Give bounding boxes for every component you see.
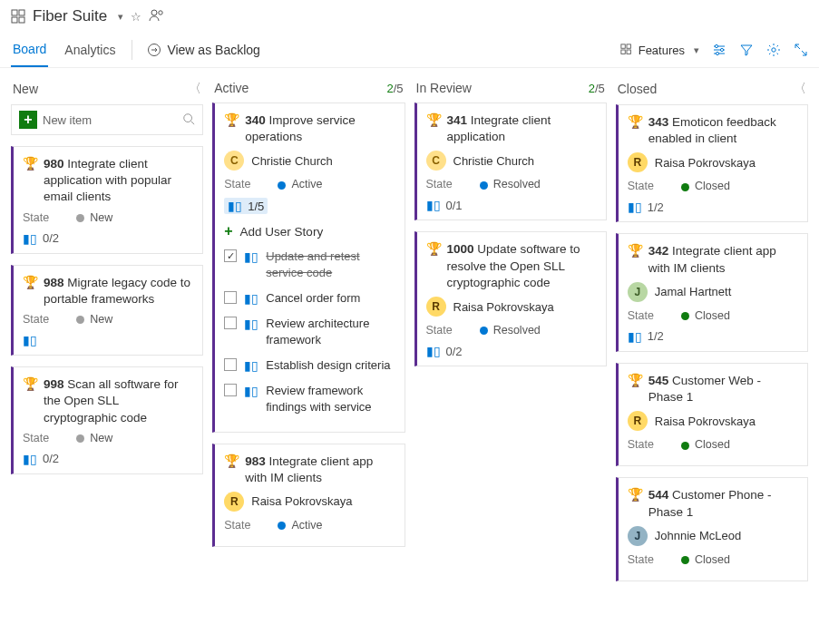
story-icon: ▮▯ [628,200,642,214]
card-988[interactable]: 🏆 988 Migrate legacy code to portable fr… [11,265,203,356]
tabs-row: Board Analytics View as Backlog Features… [0,33,819,68]
column-active: Active 2/5 🏆 340 Improve service operati… [212,77,405,592]
child-title: Update and retest service code [266,249,395,280]
state-label: State [426,324,453,337]
checkbox-icon[interactable] [224,291,237,304]
card-983[interactable]: 🏆 983 Integrate client app with IM clien… [212,444,405,547]
assignee: RRaisa Pokrovskaya [224,492,395,512]
feature-icon: 🏆 [628,243,643,259]
svg-point-5 [159,10,162,14]
tab-board[interactable]: Board [11,33,48,67]
story-icon: ▮▯ [426,198,441,212]
svg-rect-8 [627,44,630,48]
state-label: State [628,309,654,322]
column-count: 2/5 [589,82,605,95]
view-as-backlog-button[interactable]: View as Backlog [147,43,259,57]
progress[interactable]: ▮▯1/5 [224,198,268,214]
checkbox-icon[interactable] [224,249,237,262]
feature-icon: 🏆 [628,487,643,503]
filter-icon[interactable] [739,43,754,57]
people-icon[interactable] [149,8,165,25]
card-title: 341 Integrate client application [447,112,597,145]
settings-sliders-icon[interactable] [712,43,726,57]
column-header-active: Active 2/5 [212,77,405,102]
card-342[interactable]: 🏆 342 Integrate client app with IM clien… [616,233,808,351]
card-1000[interactable]: 🏆 1000 Update software to resolve the Op… [414,231,607,366]
gear-icon[interactable] [766,43,781,57]
fullscreen-icon[interactable] [794,43,808,57]
progress: ▮▯1/2 [628,329,798,344]
assignee: RRaisa Pokrovskaya [426,297,597,317]
card-545[interactable]: 🏆 545 Customer Web - Phase 1 RRaisa Pokr… [616,363,808,466]
svg-point-12 [720,48,723,51]
story-icon: ▮▯ [23,452,37,466]
view-as-backlog-label: View as Backlog [167,43,259,57]
chevron-down-icon: ▾ [694,44,699,56]
card-343[interactable]: 🏆 343 Emoticon feedback enabled in clien… [616,104,808,222]
progress: ▮▯1/2 [628,200,798,214]
story-icon: ▮▯ [228,199,242,213]
card-980[interactable]: 🏆 980 Integrate client application with … [11,146,203,254]
checkbox-icon[interactable] [224,317,237,329]
star-icon[interactable]: ☆ [131,10,141,24]
features-dropdown[interactable]: Features ▾ [620,44,699,57]
collapse-column-icon[interactable]: 〈 [794,81,806,97]
column-title: Active [214,81,249,95]
story-icon: ▮▯ [244,357,258,375]
plus-icon: + [224,223,232,239]
state-label: State [224,178,250,190]
checkbox-icon[interactable] [224,384,237,396]
card-title: 998 Scan all software for the Open SLL c… [44,376,193,426]
avatar: R [224,492,244,512]
assignee: CChristie Church [224,151,395,171]
state-value: Closed [681,180,730,192]
features-label: Features [639,44,685,57]
child-item[interactable]: ▮▯Update and retest service code [224,249,395,280]
card-998[interactable]: 🏆 998 Scan all software for the Open SLL… [11,366,203,474]
card-341[interactable]: 🏆 341 Integrate client application CChri… [414,102,607,220]
story-icon: ▮▯ [244,249,258,266]
card-title: 340 Improve service operations [245,112,395,145]
child-list: +Add User Story ▮▯Update and retest serv… [224,223,395,415]
child-item[interactable]: ▮▯Review framework findings with service [224,383,395,415]
column-title: In Review [416,81,472,95]
add-user-story-button[interactable]: +Add User Story [224,223,395,239]
column-count: 2/5 [386,82,403,95]
collapse-column-icon[interactable]: 〈 [189,81,201,97]
feature-icon: 🏆 [426,241,442,257]
card-title: 342 Integrate client app with IM clients [648,243,798,276]
chevron-down-icon[interactable]: ▾ [118,11,123,23]
svg-point-13 [716,52,718,54]
child-item[interactable]: ▮▯Establish design criteria [224,357,395,375]
child-title: Cancel order form [266,290,360,307]
state-label: State [23,211,49,224]
new-item-row[interactable]: + New item [11,104,203,135]
child-title: Review architecture framework [266,316,395,347]
avatar: C [224,151,244,171]
search-icon[interactable] [182,112,195,128]
state-label: State [628,180,654,192]
child-item[interactable]: ▮▯Review architecture framework [224,316,395,347]
progress: ▮▯0/2 [23,231,193,246]
kanban-board: New 〈 + New item 🏆 980 Integrate client … [0,68,819,601]
add-user-story-label: Add User Story [240,225,324,239]
state-value: New [76,313,112,326]
assignee: RRaisa Pokrovskaya [628,411,798,431]
feature-icon: 🏆 [23,275,38,290]
state-value: New [76,211,112,224]
story-icon: ▮▯ [426,344,441,358]
child-title: Review framework findings with service [266,383,395,415]
avatar: C [426,151,446,171]
card-title: 980 Integrate client application with po… [44,156,193,206]
card-544[interactable]: 🏆 544 Customer Phone - Phase 1 JJohnnie … [616,477,808,581]
avatar: R [426,297,446,317]
avatar: J [628,282,648,302]
child-item[interactable]: ▮▯Cancel order form [224,290,395,307]
state-value: Resolved [480,324,541,337]
plus-icon[interactable]: + [19,111,37,129]
tab-analytics[interactable]: Analytics [63,34,117,66]
svg-rect-0 [12,10,17,15]
checkbox-icon[interactable] [224,358,237,371]
card-340[interactable]: 🏆 340 Improve service operations CChrist… [212,102,405,433]
column-new: New 〈 + New item 🏆 980 Integrate client … [11,77,203,592]
